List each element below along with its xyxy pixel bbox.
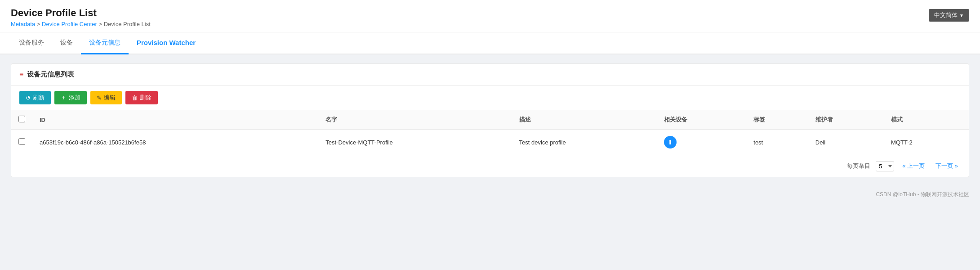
breadcrumb-metadata[interactable]: Metadata xyxy=(11,21,35,27)
row-tags: test xyxy=(746,130,808,155)
select-all-checkbox[interactable] xyxy=(18,116,25,122)
row-desc: Test device profile xyxy=(512,130,657,155)
footer-text: CSDN @IoTHub - 物联网开源技术社区 xyxy=(876,191,969,198)
row-maintainer: Dell xyxy=(808,130,884,155)
row-checkbox-cell xyxy=(11,130,32,155)
page-wrapper: Device Profile List Metadata > Device Pr… xyxy=(0,0,980,270)
pagination-bar: 每页条目 5 10 20 « 上一页 下一页 » xyxy=(11,155,969,177)
tab-device-meta[interactable]: 设备元信息 xyxy=(81,32,129,54)
row-mode: MQTT-2 xyxy=(884,130,969,155)
breadcrumb-current: Device Profile List xyxy=(104,21,151,27)
related-device-button[interactable]: ⬆ xyxy=(664,136,677,148)
toolbar: ↺ 刷新 ＋ 添加 ✎ 编辑 🗑 删除 xyxy=(11,86,969,110)
list-icon: ≡ xyxy=(19,71,23,79)
per-page-select[interactable]: 5 10 20 xyxy=(876,161,894,171)
breadcrumb-device-profile-center[interactable]: Device Profile Center xyxy=(42,21,97,27)
edit-button[interactable]: ✎ 编辑 xyxy=(90,91,122,104)
delete-icon: 🗑 xyxy=(132,94,138,101)
language-button[interactable]: 中文简体 xyxy=(929,9,969,22)
col-id: ID xyxy=(32,110,318,130)
col-checkbox xyxy=(11,110,32,130)
card-header: ≡ 设备元信息列表 xyxy=(11,64,969,86)
card-title: 设备元信息列表 xyxy=(27,70,74,79)
per-page-label: 每页条目 xyxy=(847,162,870,170)
prev-page-button[interactable]: « 上一页 xyxy=(900,161,927,171)
refresh-button[interactable]: ↺ 刷新 xyxy=(19,91,51,104)
footer: CSDN @IoTHub - 物联网开源技术社区 xyxy=(0,186,980,203)
edit-icon: ✎ xyxy=(97,94,102,101)
row-checkbox[interactable] xyxy=(18,138,25,145)
col-mode: 模式 xyxy=(884,110,969,130)
page-title: Device Profile List xyxy=(11,7,969,19)
tabs-bar: 设备服务 设备 设备元信息 Provision Watcher xyxy=(0,32,980,54)
row-name: Test-Device-MQTT-Profile xyxy=(318,130,512,155)
col-desc: 描述 xyxy=(512,110,657,130)
header: Device Profile List Metadata > Device Pr… xyxy=(0,0,980,32)
col-related-device: 相关设备 xyxy=(657,110,746,130)
tab-provision-watcher[interactable]: Provision Watcher xyxy=(129,32,204,54)
tab-device-service[interactable]: 设备服务 xyxy=(11,32,52,54)
col-tags: 标签 xyxy=(746,110,808,130)
breadcrumb: Metadata > Device Profile Center > Devic… xyxy=(11,21,969,27)
data-table: ID 名字 描述 相关设备 标签 维护者 模式 xyxy=(11,110,969,155)
col-maintainer: 维护者 xyxy=(808,110,884,130)
refresh-icon: ↺ xyxy=(26,94,31,101)
row-related-device: ⬆ xyxy=(657,130,746,155)
add-icon: ＋ xyxy=(61,94,67,102)
card: ≡ 设备元信息列表 ↺ 刷新 ＋ 添加 ✎ 编辑 🗑 xyxy=(11,63,969,177)
table-header-row: ID 名字 描述 相关设备 标签 维护者 模式 xyxy=(11,110,969,130)
row-id: a653f19c-b6c0-486f-a86a-150521b6fe58 xyxy=(32,130,318,155)
add-button[interactable]: ＋ 添加 xyxy=(54,91,87,104)
tab-device[interactable]: 设备 xyxy=(52,32,81,54)
table-wrap: ID 名字 描述 相关设备 标签 维护者 模式 xyxy=(11,110,969,155)
next-page-button[interactable]: 下一页 » xyxy=(933,161,961,171)
table-row: a653f19c-b6c0-486f-a86a-150521b6fe58 Tes… xyxy=(11,130,969,155)
delete-button[interactable]: 🗑 删除 xyxy=(125,91,158,104)
device-connect-icon: ⬆ xyxy=(668,139,673,146)
main-content: ≡ 设备元信息列表 ↺ 刷新 ＋ 添加 ✎ 编辑 🗑 xyxy=(0,54,980,186)
col-name: 名字 xyxy=(318,110,512,130)
